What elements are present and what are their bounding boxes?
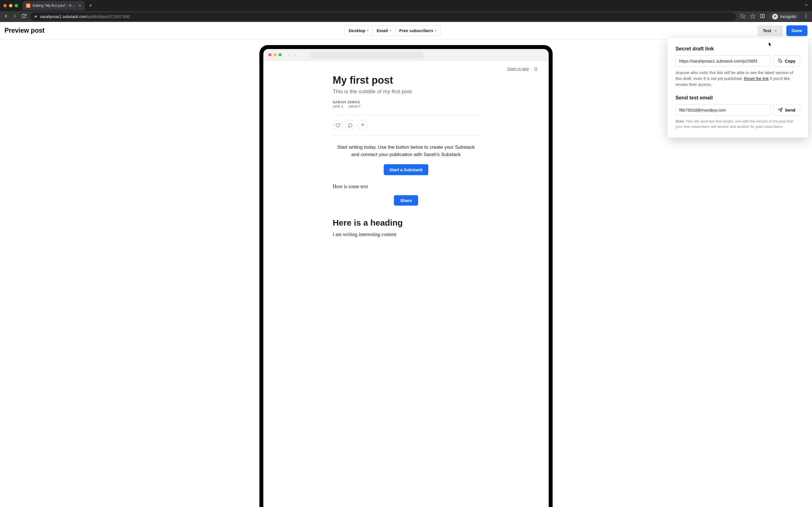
post-author: SARAH JONAS	[333, 100, 479, 104]
heart-icon	[336, 123, 340, 128]
close-window-icon[interactable]	[3, 4, 7, 7]
incognito-label: Incognito	[780, 14, 796, 19]
close-tab-icon[interactable]: ×	[79, 3, 81, 8]
page-title: Preview post	[4, 27, 45, 34]
segment-desktop[interactable]: Desktop▾	[345, 25, 373, 36]
mini-traffic-lights	[268, 53, 282, 56]
device-content: Open in app · O My first post This is th…	[263, 61, 549, 507]
incognito-icon	[772, 14, 778, 19]
post-action-row	[333, 115, 479, 136]
cursor-icon	[767, 42, 772, 47]
device-topbar: ‹ ›	[263, 49, 549, 61]
reset-link[interactable]: Reset the link	[744, 76, 769, 81]
post-body-1: Here is some text	[333, 184, 479, 189]
test-email-input[interactable]: f6b7502d@moodjoy.com	[675, 104, 770, 115]
chevron-down-icon	[774, 29, 777, 33]
svg-point-5	[775, 16, 776, 17]
app-header: Preview post Desktop▾ Email▾ Free subscr…	[0, 22, 812, 40]
back-button[interactable]	[3, 13, 8, 20]
address-bar-row: sarahjonas1.substack.com/publish/post/11…	[0, 11, 812, 22]
kebab-menu-icon[interactable]	[804, 13, 809, 20]
browser-chrome: Editing "My first post" - Subst… × + sar…	[0, 0, 812, 22]
post-subtitle: This is the subtitle of my first post	[333, 89, 479, 95]
test-email-heading: Send test email	[675, 95, 800, 101]
other-link[interactable]: O	[534, 66, 538, 71]
svg-point-7	[806, 16, 807, 17]
minimize-window-icon[interactable]	[9, 4, 12, 7]
copy-icon	[778, 59, 783, 63]
open-in-app-link[interactable]: Open in app	[507, 66, 529, 71]
header-actions: Test Done	[758, 25, 808, 36]
tab-title: Editing "My first post" - Subst…	[33, 4, 75, 8]
incognito-badge[interactable]: Incognito	[769, 13, 799, 20]
comment-icon	[348, 123, 353, 128]
forward-button[interactable]	[12, 13, 17, 20]
eye-off-icon[interactable]	[740, 13, 746, 20]
segment-email[interactable]: Email▾	[373, 25, 395, 36]
svg-rect-9	[779, 60, 782, 62]
post-date-status: APR 4 · DRAFT	[333, 105, 479, 109]
url-domain: sarahjonas1.substack.com	[40, 14, 87, 19]
segment-free[interactable]: Free subscribers▾	[395, 25, 441, 36]
comment-button[interactable]	[345, 120, 355, 130]
svg-point-6	[806, 14, 807, 15]
mini-nav: ‹ ›	[289, 52, 296, 57]
chevron-down-icon: ▾	[435, 29, 437, 32]
side-panel-icon[interactable]	[760, 13, 765, 20]
chevron-down-icon: ▾	[367, 29, 368, 32]
done-button[interactable]: Done	[786, 25, 808, 36]
share-button[interactable]: Share	[394, 195, 418, 206]
promo-text: Start writing today. Use the button belo…	[333, 144, 479, 159]
secret-link-description: Anyone who visits this link will be able…	[675, 70, 800, 88]
svg-marker-1	[751, 14, 755, 18]
dot-yellow-icon	[273, 53, 276, 56]
dot-red-icon	[268, 53, 271, 56]
top-links: Open in app · O	[263, 66, 549, 74]
copy-button[interactable]: Copy	[773, 55, 801, 66]
start-substack-button[interactable]: Start a Substack	[384, 164, 428, 175]
post-title: My first post	[333, 74, 479, 86]
lock-icon	[34, 15, 37, 18]
browser-tab[interactable]: Editing "My first post" - Subst… ×	[22, 1, 85, 10]
test-button[interactable]: Test	[758, 25, 783, 36]
test-note: Note: This will send two test emails: on…	[675, 119, 800, 129]
tab-bar: Editing "My first post" - Subst… × +	[0, 0, 812, 11]
device-screen: ‹ › Open in app · O My first post This i…	[263, 49, 549, 507]
post-heading: Here is a heading	[333, 218, 479, 228]
test-dropdown-panel: Secret draft link https://sarahjonas1.su…	[668, 38, 808, 137]
reload-button[interactable]	[21, 13, 26, 20]
new-tab-button[interactable]: +	[89, 3, 92, 9]
substack-favicon-icon	[26, 3, 31, 8]
device-frame: ‹ › Open in app · O My first post This i…	[259, 45, 553, 507]
url-path: /publish/post/112617400	[87, 14, 130, 19]
dot-green-icon	[278, 53, 282, 56]
secret-link-input[interactable]: https://sarahjonas1.substack.com/p/206f3	[675, 55, 770, 66]
svg-point-8	[806, 17, 807, 18]
secret-link-heading: Secret draft link	[675, 46, 800, 52]
star-icon[interactable]	[750, 13, 755, 20]
address-bar[interactable]: sarahjonas1.substack.com/publish/post/11…	[30, 12, 736, 21]
share-action-button[interactable]	[357, 120, 368, 130]
post-container: My first post This is the subtitle of my…	[327, 74, 485, 237]
window-traffic-lights	[3, 4, 18, 7]
view-segments: Desktop▾ Email▾ Free subscribers▾	[345, 25, 441, 36]
back-icon: ‹	[289, 52, 290, 57]
share-icon	[360, 123, 365, 128]
post-body-2: i am writing interesting content	[333, 231, 479, 237]
send-button[interactable]: Send	[773, 104, 800, 115]
send-icon	[778, 108, 783, 112]
browser-actions: Incognito	[740, 13, 809, 20]
mini-address-bar	[311, 51, 423, 59]
svg-point-4	[774, 16, 775, 17]
maximize-window-icon[interactable]	[15, 4, 18, 7]
forward-icon: ›	[294, 52, 295, 57]
chevron-down-icon: ▾	[390, 29, 391, 32]
tab-overflow-icon[interactable]	[804, 3, 809, 8]
like-button[interactable]	[333, 120, 343, 130]
